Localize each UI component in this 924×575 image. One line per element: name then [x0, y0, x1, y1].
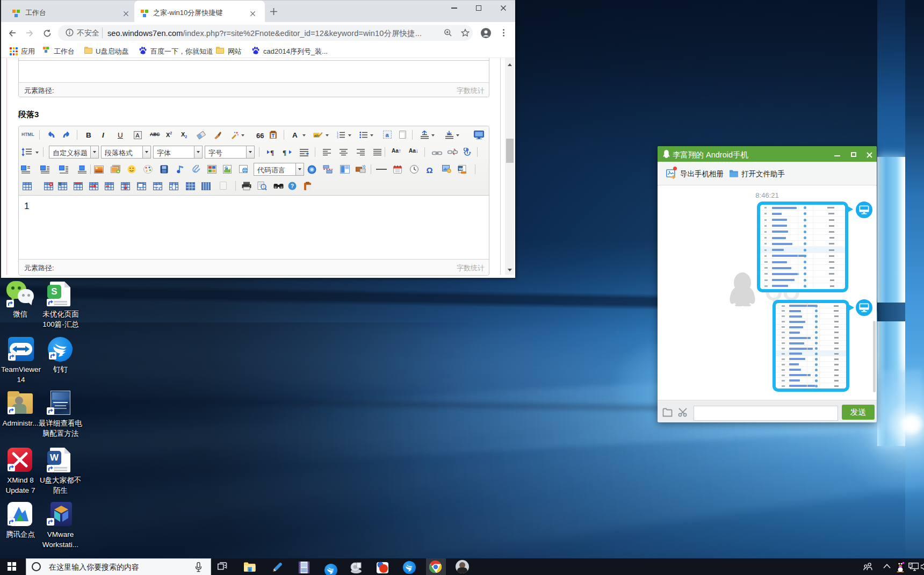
svg-text:3: 3 — [337, 136, 338, 139]
svg-text:¶: ¶ — [283, 148, 286, 156]
svg-text:¶: ¶ — [270, 148, 274, 156]
svg-text:?: ? — [291, 183, 294, 189]
svg-text:T: T — [59, 182, 62, 187]
svg-text:G: G — [225, 166, 228, 170]
svg-text:W: W — [459, 166, 463, 171]
svg-text:ab: ab — [314, 133, 319, 138]
